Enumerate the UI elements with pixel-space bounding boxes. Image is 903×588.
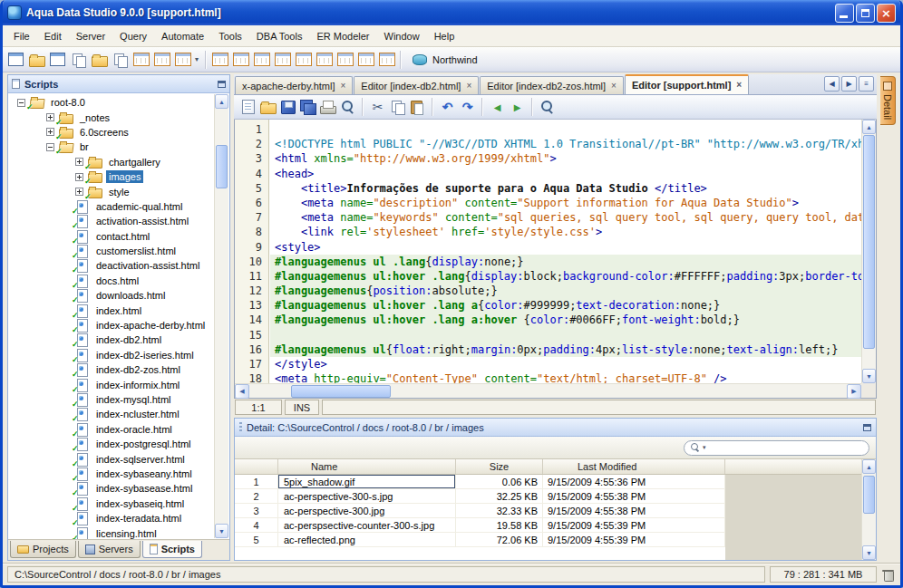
connection-selector[interactable]: Northwind: [405, 50, 482, 70]
tree-item-index-html[interactable]: ✓index.html: [8, 303, 213, 317]
tree-item-customerslist-html[interactable]: ✓customerslist.html: [8, 244, 213, 258]
close-tab-icon[interactable]: ×: [466, 82, 471, 91]
menu-help[interactable]: Help: [427, 27, 462, 45]
editor-vertical-scrollbar[interactable]: ▲ ▼: [861, 120, 876, 383]
open-file-icon[interactable]: [258, 98, 277, 116]
scrollbar-thumb[interactable]: [863, 135, 875, 349]
tree-item-licensing-html[interactable]: ✓licensing.html: [8, 525, 213, 539]
editor-horizontal-scrollbar[interactable]: ◀ ▶: [235, 383, 861, 398]
panel-tab-servers[interactable]: Servers: [78, 541, 141, 558]
scrollbar-thumb[interactable]: [216, 145, 228, 188]
menu-edit[interactable]: Edit: [37, 27, 69, 45]
scrollbar-thumb[interactable]: [863, 476, 875, 514]
tree-item-index-informix-html[interactable]: ✓index-informix.html: [8, 377, 213, 391]
table-grid-6-icon[interactable]: [315, 51, 334, 69]
search-box[interactable]: ▾: [684, 440, 869, 456]
column-header-name[interactable]: Name: [278, 459, 456, 474]
tree-item-index-postgresql-html[interactable]: ✓index-postgresql.html: [8, 437, 213, 451]
code-lines[interactable]: <!DOCTYPE html PUBLIC "-//W3C//DTD XHTML…: [270, 120, 861, 383]
tree-item-notes[interactable]: ✓_notes: [8, 110, 213, 124]
search-icon[interactable]: [538, 98, 557, 116]
table-grid-8-icon[interactable]: [356, 51, 375, 69]
redo-icon[interactable]: [458, 98, 477, 116]
memory-indicator[interactable]: 79 : 281 : 341 MB: [770, 566, 877, 583]
tree-item-style[interactable]: ✓style: [8, 184, 213, 198]
scrollbar-thumb[interactable]: [291, 385, 391, 398]
new-file-icon[interactable]: [238, 98, 257, 116]
window-grid-icon[interactable]: [48, 51, 67, 69]
menu-server[interactable]: Server: [69, 27, 112, 45]
tree-item-chartgallery[interactable]: ✓chartgallery: [8, 155, 213, 169]
tree-item-index-sybaseiq-html[interactable]: ✓index-sybaseiq.html: [8, 496, 213, 511]
editor-tab-x-apache-derby-html[interactable]: x-apache-derby.html]×: [235, 76, 353, 94]
menu-tools[interactable]: Tools: [211, 27, 249, 45]
search-options-icon[interactable]: ▾: [703, 444, 706, 451]
table-row[interactable]: 15pix_shadow.gif0.06 KB9/15/2009 4:55:36…: [235, 475, 725, 489]
tree-item-index-apache-derby-html[interactable]: ✓index-apache-derby.html: [8, 318, 213, 333]
menu-automate[interactable]: Automate: [154, 27, 211, 45]
tree-item-activation-assist-html[interactable]: ✓activation-assist.html: [8, 214, 213, 228]
float-panel-icon[interactable]: [218, 81, 226, 88]
scroll-down-icon[interactable]: ▼: [862, 369, 876, 383]
find-next-icon[interactable]: [508, 98, 527, 116]
copy-icon[interactable]: [388, 98, 407, 116]
undo-icon[interactable]: [438, 98, 457, 116]
expand-icon[interactable]: [46, 113, 54, 121]
save-icon[interactable]: [278, 98, 297, 116]
table-grid-5-icon[interactable]: [294, 51, 313, 69]
tree-item-6-0screens[interactable]: ✓6.0screens: [8, 125, 213, 140]
app-window-icon[interactable]: [6, 51, 25, 69]
menu-file[interactable]: File: [6, 27, 37, 45]
tree-item-downloads-html[interactable]: ✓downloads.html: [8, 288, 213, 303]
table-edit-icon[interactable]: [152, 51, 171, 69]
expand-icon[interactable]: [75, 188, 83, 196]
menu-query[interactable]: Query: [112, 27, 154, 45]
tree-item-index-sqlserver-html[interactable]: ✓index-sqlserver.html: [8, 451, 213, 466]
collapse-icon[interactable]: [17, 99, 25, 107]
open-folder-icon[interactable]: [27, 51, 46, 69]
print-icon[interactable]: [318, 98, 337, 116]
tree-scrollbar[interactable]: ▲ ▼: [214, 94, 228, 538]
tree-item-index-sybaseany-html[interactable]: ✓index-sybaseany.html: [8, 467, 213, 481]
document-stack-icon[interactable]: [111, 51, 130, 69]
minimize-button[interactable]: [835, 4, 854, 23]
tree-item-index-sybasease-html[interactable]: ✓index-sybasease.html: [8, 481, 213, 496]
search-input[interactable]: [709, 442, 862, 453]
editor-tab-editor-index-db2-zos-html[interactable]: Editor [index-db2-zos.html]×: [480, 76, 624, 94]
tree-item-index-db2-html[interactable]: ✓index-db2.html: [8, 333, 213, 347]
table-grid-1-icon[interactable]: [210, 51, 229, 69]
menu-window[interactable]: Window: [377, 27, 427, 45]
cut-icon[interactable]: [368, 98, 387, 116]
detail-side-tab[interactable]: Detail: [880, 76, 896, 125]
tree-item-root-8-0[interactable]: ✓root-8.0: [8, 95, 213, 110]
close-tab-icon[interactable]: ×: [611, 82, 617, 91]
close-button[interactable]: ×: [877, 4, 896, 23]
tree-item-index-ncluster-html[interactable]: ✓index-ncluster.html: [8, 407, 213, 421]
tree-item-images[interactable]: ✓images: [8, 169, 213, 184]
table-row[interactable]: 2ac-perspective-300-s.jpg32.25 KB9/15/20…: [235, 489, 725, 504]
previous-tab-icon[interactable]: ◀: [824, 76, 840, 92]
code-editor[interactable]: 123456789101112131415161718 <!DOCTYPE ht…: [234, 120, 877, 399]
save-all-icon[interactable]: [298, 98, 317, 116]
table-grid-4-icon[interactable]: [273, 51, 292, 69]
find-previous-icon[interactable]: [488, 98, 507, 116]
toolbar-overflow-icon[interactable]: ▾: [192, 53, 201, 65]
panel-tab-projects[interactable]: Projects: [10, 541, 76, 558]
expand-icon[interactable]: [75, 158, 83, 166]
table-row[interactable]: 3ac-perspective-300.jpg32.33 KB9/15/2009…: [235, 504, 725, 518]
menu-dba-tools[interactable]: DBA Tools: [249, 27, 310, 45]
editor-tab-editor-support-html[interactable]: Editor [support.html]×: [625, 74, 749, 94]
table-scrollbar[interactable]: ▲ ▼: [861, 459, 876, 560]
folder-pair-icon[interactable]: [90, 51, 109, 69]
scroll-up-icon[interactable]: ▲: [215, 94, 228, 109]
table-grid-7-icon[interactable]: [335, 51, 354, 69]
table-row[interactable]: 5ac-reflected.png72.06 KB9/15/2009 4:55:…: [235, 533, 725, 547]
table-grid-9-icon[interactable]: [377, 51, 396, 69]
tree-item-index-oracle-html[interactable]: ✓index-oracle.html: [8, 422, 213, 437]
table-remove-icon[interactable]: [131, 51, 150, 69]
scroll-up-icon[interactable]: ▲: [862, 120, 876, 134]
column-header-size[interactable]: Size: [456, 459, 543, 474]
print-preview-icon[interactable]: [338, 98, 357, 116]
expand-icon[interactable]: [75, 173, 83, 181]
scroll-right-icon[interactable]: ▶: [847, 384, 861, 399]
